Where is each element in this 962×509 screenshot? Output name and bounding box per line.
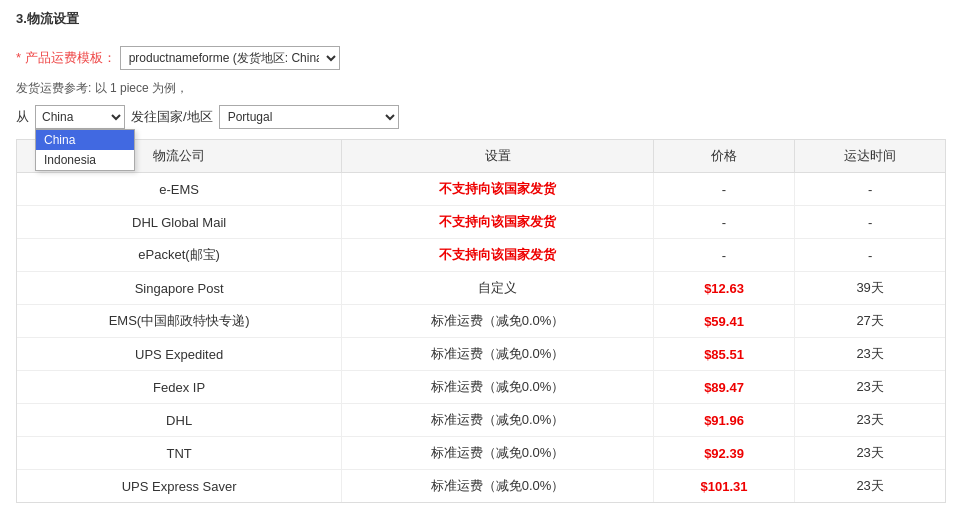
cell-company: UPS Express Saver [17, 470, 342, 503]
cell-price: $12.63 [653, 272, 794, 305]
cell-time: 23天 [795, 404, 945, 437]
cell-company: Fedex IP [17, 371, 342, 404]
from-option-china[interactable]: China [36, 130, 134, 150]
cell-setting: 标准运费（减免0.0%） [342, 470, 654, 503]
cell-setting: 自定义 [342, 272, 654, 305]
col-header-time: 运达时间 [795, 140, 945, 173]
product-template-label: * 产品运费模板： [16, 49, 116, 67]
cell-time: - [795, 173, 945, 206]
cell-time: - [795, 206, 945, 239]
product-template-select[interactable]: productnameforme (发货地区: China) [120, 46, 340, 70]
cell-price: $59.41 [653, 305, 794, 338]
cell-company: e-EMS [17, 173, 342, 206]
cell-price: $92.39 [653, 437, 794, 470]
cell-time: 39天 [795, 272, 945, 305]
cell-price: $91.96 [653, 404, 794, 437]
table-header-row: 物流公司 设置 价格 运达时间 [17, 140, 945, 173]
cell-price: - [653, 239, 794, 272]
dest-select[interactable]: Portugal United States Germany France Un… [219, 105, 399, 129]
from-select[interactable]: China Indonesia [35, 105, 125, 129]
from-label: 从 [16, 108, 29, 126]
cell-setting: 标准运费（减免0.0%） [342, 338, 654, 371]
cell-setting: 标准运费（减免0.0%） [342, 305, 654, 338]
cell-company: EMS(中国邮政特快专递) [17, 305, 342, 338]
cell-time: 23天 [795, 437, 945, 470]
cell-time: - [795, 239, 945, 272]
shipping-ref-text: 发货运费参考: 以 1 piece 为例， [16, 80, 946, 97]
cell-time: 23天 [795, 371, 945, 404]
table-row: DHL标准运费（减免0.0%）$91.9623天 [17, 404, 945, 437]
cell-time: 23天 [795, 470, 945, 503]
table-row: UPS Express Saver标准运费（减免0.0%）$101.3123天 [17, 470, 945, 503]
cell-company: UPS Expedited [17, 338, 342, 371]
cell-price: - [653, 206, 794, 239]
cell-setting: 不支持向该国家发货 [342, 206, 654, 239]
cell-setting: 不支持向该国家发货 [342, 239, 654, 272]
page-container: 3.物流设置 * 产品运费模板： productnameforme (发货地区:… [0, 0, 962, 509]
product-template-row: * 产品运费模板： productnameforme (发货地区: China) [16, 46, 946, 70]
cell-company: DHL Global Mail [17, 206, 342, 239]
dest-label: 发往国家/地区 [131, 108, 213, 126]
cell-company: DHL [17, 404, 342, 437]
col-header-setting: 设置 [342, 140, 654, 173]
cell-price: $89.47 [653, 371, 794, 404]
cell-setting: 标准运费（减免0.0%） [342, 371, 654, 404]
from-option-indonesia[interactable]: Indonesia [36, 150, 134, 170]
table-row: UPS Expedited标准运费（减免0.0%）$85.5123天 [17, 338, 945, 371]
shipping-table-container: 物流公司 设置 价格 运达时间 e-EMS不支持向该国家发货--DHL Glob… [16, 139, 946, 503]
cell-setting: 标准运费（减免0.0%） [342, 437, 654, 470]
col-header-price: 价格 [653, 140, 794, 173]
cell-setting: 不支持向该国家发货 [342, 173, 654, 206]
cell-setting: 标准运费（减免0.0%） [342, 404, 654, 437]
shipping-table: 物流公司 设置 价格 运达时间 e-EMS不支持向该国家发货--DHL Glob… [17, 140, 945, 502]
cell-company: Singapore Post [17, 272, 342, 305]
cell-company: ePacket(邮宝) [17, 239, 342, 272]
cell-time: 23天 [795, 338, 945, 371]
cell-price: - [653, 173, 794, 206]
table-row: Fedex IP标准运费（减免0.0%）$89.4723天 [17, 371, 945, 404]
table-row: ePacket(邮宝)不支持向该国家发货-- [17, 239, 945, 272]
cell-price: $85.51 [653, 338, 794, 371]
table-row: DHL Global Mail不支持向该国家发货-- [17, 206, 945, 239]
cell-time: 27天 [795, 305, 945, 338]
from-dropdown-wrapper[interactable]: China Indonesia China Indonesia [35, 105, 125, 129]
table-row: TNT标准运费（减免0.0%）$92.3923天 [17, 437, 945, 470]
cell-company: TNT [17, 437, 342, 470]
from-dropdown-menu: China Indonesia [35, 129, 135, 171]
table-row: EMS(中国邮政特快专递)标准运费（减免0.0%）$59.4127天 [17, 305, 945, 338]
section-title: 3.物流设置 [16, 10, 946, 32]
table-row: Singapore Post自定义$12.6339天 [17, 272, 945, 305]
table-row: e-EMS不支持向该国家发货-- [17, 173, 945, 206]
from-dest-row: 从 China Indonesia China Indonesia 发往国家/地… [16, 105, 946, 129]
cell-price: $101.31 [653, 470, 794, 503]
